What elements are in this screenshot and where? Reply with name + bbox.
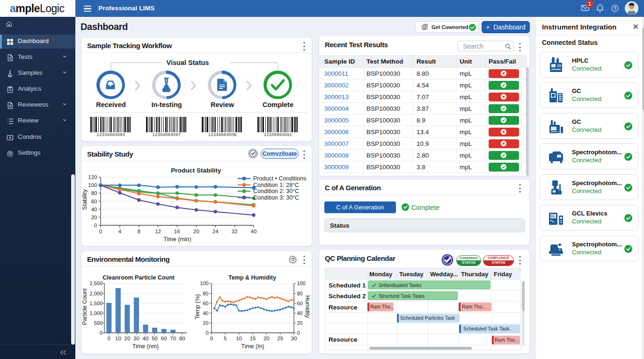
svg-text:100: 100: [297, 280, 306, 286]
svg-text:16: 16: [174, 229, 180, 234]
svg-text:12: 12: [155, 229, 161, 234]
svg-text:80: 80: [91, 190, 97, 196]
svg-text:100: 100: [200, 280, 208, 286]
svg-text:0: 0: [108, 336, 110, 341]
svg-text:60: 60: [203, 301, 208, 306]
svg-text:32: 32: [232, 229, 238, 234]
svg-text:20: 20: [203, 320, 208, 326]
svg-text:4: 4: [118, 229, 122, 234]
svg-text:20: 20: [263, 336, 270, 341]
svg-text:15: 15: [250, 336, 256, 341]
svg-text:0: 0: [297, 330, 300, 336]
svg-text:500: 500: [94, 320, 102, 326]
svg-text:0: 0: [210, 336, 213, 341]
svg-text:80: 80: [179, 336, 185, 341]
svg-text:0: 0: [100, 330, 102, 336]
svg-text:80: 80: [297, 291, 303, 296]
svg-text:25: 25: [277, 336, 283, 341]
svg-text:20: 20: [91, 215, 97, 220]
svg-text:0: 0: [94, 223, 97, 228]
svg-text:5: 5: [224, 336, 227, 341]
svg-text:20: 20: [297, 320, 303, 326]
svg-text:8: 8: [138, 229, 140, 234]
svg-text:40: 40: [91, 207, 97, 212]
svg-text:Condition 3: 30°C: Condition 3: 30°C: [253, 194, 299, 201]
svg-text:40: 40: [297, 310, 303, 316]
svg-text:40: 40: [251, 229, 257, 234]
svg-text:0: 0: [99, 229, 102, 234]
svg-text:60: 60: [297, 301, 303, 306]
svg-text:2,000: 2,000: [89, 291, 102, 296]
svg-text:24: 24: [212, 229, 219, 234]
svg-text:120: 120: [88, 174, 97, 180]
svg-text:40: 40: [203, 310, 208, 316]
svg-text:0: 0: [205, 330, 208, 336]
svg-text:60: 60: [161, 336, 167, 341]
svg-text:70: 70: [170, 336, 176, 341]
svg-text:1,500: 1,500: [89, 301, 102, 306]
svg-text:40: 40: [143, 336, 149, 341]
svg-text:50: 50: [152, 336, 158, 341]
svg-text:30: 30: [133, 336, 139, 341]
svg-text:80: 80: [203, 291, 208, 296]
svg-text:30: 30: [291, 336, 297, 341]
svg-text:Product • Conditions: Product • Conditions: [253, 176, 306, 182]
svg-text:1,000: 1,000: [89, 310, 102, 316]
svg-text:Condition 2: 30°C: Condition 2: 30°C: [253, 188, 299, 194]
svg-text:10: 10: [236, 336, 242, 341]
svg-text:Condition 1: 28°C: Condition 1: 28°C: [253, 182, 299, 188]
svg-text:2,500: 2,500: [89, 280, 102, 286]
svg-text:Dk: Dk: [551, 215, 555, 218]
svg-text:10: 10: [115, 336, 121, 341]
svg-text:60: 60: [91, 199, 97, 204]
svg-text:20: 20: [193, 229, 199, 234]
svg-text:100: 100: [88, 182, 97, 188]
svg-text:20: 20: [124, 336, 131, 341]
